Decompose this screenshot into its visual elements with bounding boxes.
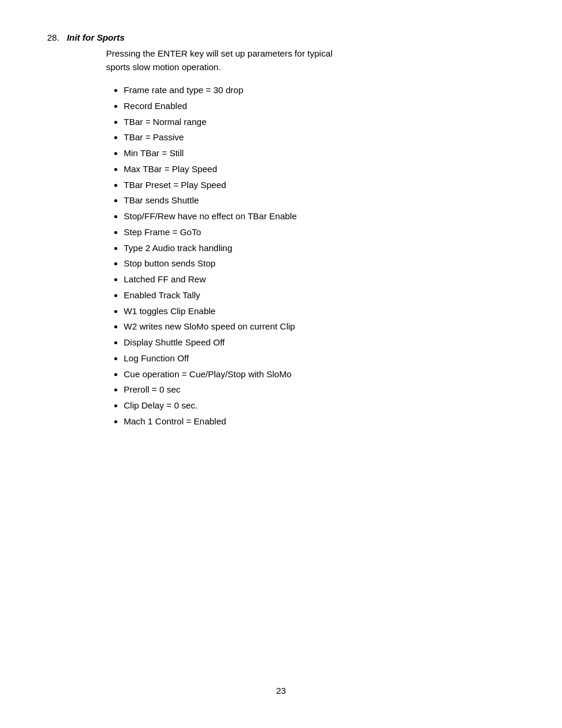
list-item: W1 toggles Clip Enable xyxy=(124,304,515,319)
list-item: Preroll = 0 sec xyxy=(124,383,515,397)
description-line1: Pressing the ENTER key will set up param… xyxy=(106,48,332,58)
bullet-list: Frame rate and type = 30 dropRecord Enab… xyxy=(124,83,515,429)
list-item: TBar = Normal range xyxy=(124,115,515,130)
list-item: W2 writes new SloMo speed on current Cli… xyxy=(124,319,515,334)
list-item: Record Enabled xyxy=(124,99,515,114)
list-item: Stop button sends Stop xyxy=(124,256,515,271)
list-item: Display Shuttle Speed Off xyxy=(124,335,515,350)
list-item: Type 2 Audio track handling xyxy=(124,241,515,256)
section-header: 28. Init for Sports xyxy=(47,32,515,42)
list-item: Mach 1 Control = Enabled xyxy=(124,414,515,429)
list-item: Max TBar = Play Speed xyxy=(124,162,515,177)
list-item: Frame rate and type = 30 drop xyxy=(124,83,515,98)
page-container: 28. Init for Sports Pressing the ENTER k… xyxy=(0,0,562,728)
description-line2: sports slow motion operation. xyxy=(106,62,221,72)
list-item: Stop/FF/Rew have no effect on TBar Enabl… xyxy=(124,209,515,224)
list-item: Cue operation = Cue/Play/Stop with SloMo xyxy=(124,367,515,382)
list-item: Min TBar = Still xyxy=(124,146,515,161)
list-item: Clip Delay = 0 sec. xyxy=(124,398,515,413)
list-item: Step Frame = GoTo xyxy=(124,225,515,240)
page-number: 23 xyxy=(276,686,286,696)
section-number: 28. xyxy=(47,32,59,42)
section-description: Pressing the ENTER key will set up param… xyxy=(106,47,515,74)
list-item: Log Function Off xyxy=(124,351,515,366)
list-item: Latched FF and Rew xyxy=(124,272,515,287)
list-item: TBar Preset = Play Speed xyxy=(124,178,515,193)
list-item: Enabled Track Tally xyxy=(124,288,515,303)
list-item: TBar = Passive xyxy=(124,130,515,145)
section-title: Init for Sports xyxy=(67,32,124,42)
list-item: TBar sends Shuttle xyxy=(124,193,515,208)
